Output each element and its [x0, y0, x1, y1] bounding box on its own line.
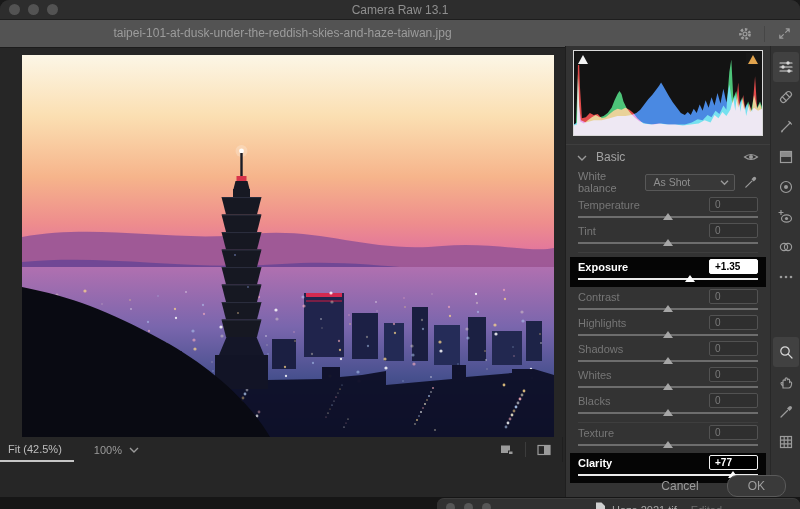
- slider-thumb-highlights[interactable]: [663, 331, 673, 338]
- slider-thumb-whites[interactable]: [663, 383, 673, 390]
- healing-brush-icon[interactable]: [773, 82, 799, 112]
- divider: [764, 26, 765, 42]
- shadow-clipping-indicator[interactable]: [576, 53, 590, 65]
- radial-filter-icon[interactable]: [773, 172, 799, 202]
- zoom-window-button[interactable]: [47, 4, 58, 15]
- histogram-chart[interactable]: [573, 50, 763, 136]
- before-after-view-icon[interactable]: [534, 440, 554, 460]
- slider-thumb-shadows[interactable]: [663, 357, 673, 364]
- basic-section-header[interactable]: Basic: [566, 145, 770, 169]
- slider-row-blacks: Blacks0: [578, 394, 758, 417]
- red-eye-icon[interactable]: [773, 202, 799, 232]
- slider-value-exposure[interactable]: +1.35: [709, 259, 758, 274]
- slider-row-exposure: Exposure+1.35: [570, 257, 766, 287]
- zoom-icon[interactable]: [773, 337, 799, 367]
- slider-label-temperature: Temperature: [578, 199, 640, 211]
- close-button[interactable]: [9, 4, 20, 15]
- minimize-button[interactable]: [464, 503, 473, 509]
- graduated-filter-icon[interactable]: [773, 142, 799, 172]
- zoom-level-value: 100%: [94, 444, 122, 456]
- white-balance-select[interactable]: As Shot: [645, 174, 735, 191]
- slider-track-exposure[interactable]: [578, 274, 758, 283]
- slider-label-blacks: Blacks: [578, 395, 610, 407]
- photo-canvas[interactable]: [22, 55, 554, 437]
- grid-icon[interactable]: [773, 427, 799, 457]
- slider-label-contrast: Contrast: [578, 291, 620, 303]
- desktop-background: Haze 2021.tif Edited: [0, 497, 800, 509]
- slider-value-shadows[interactable]: 0: [709, 341, 758, 356]
- slider-track-whites[interactable]: [578, 382, 758, 391]
- basic-section-title: Basic: [596, 150, 625, 164]
- slider-value-highlights[interactable]: 0: [709, 315, 758, 330]
- presets-icon[interactable]: [773, 232, 799, 262]
- hand-icon[interactable]: [773, 367, 799, 397]
- preview-toggle-icon[interactable]: [497, 440, 517, 460]
- close-button[interactable]: [446, 503, 455, 509]
- minimize-button[interactable]: [28, 4, 39, 15]
- zoom-level-dropdown[interactable]: 100%: [94, 444, 139, 456]
- slider-thumb-texture[interactable]: [663, 441, 673, 448]
- slider-value-tint[interactable]: 0: [709, 223, 758, 238]
- document-icon: [595, 501, 606, 509]
- white-balance-label: White balance: [578, 170, 645, 194]
- titlebar: Camera Raw 13.1: [0, 0, 800, 20]
- slider-track-temperature[interactable]: [578, 212, 758, 221]
- window-title: Camera Raw 13.1: [352, 3, 449, 17]
- slider-track-contrast[interactable]: [578, 304, 758, 313]
- chevron-down-icon: [720, 179, 729, 186]
- white-balance-picker-icon[interactable]: [773, 397, 799, 427]
- slider-track-blacks[interactable]: [578, 408, 758, 417]
- slider-thumb-temperature[interactable]: [663, 213, 673, 220]
- slider-row-shadows: Shadows0: [578, 342, 758, 365]
- slider-thumb-exposure[interactable]: [685, 275, 695, 282]
- background-document-window[interactable]: Haze 2021.tif Edited: [437, 498, 800, 509]
- ok-button[interactable]: OK: [727, 475, 786, 497]
- slider-value-temperature[interactable]: 0: [709, 197, 758, 212]
- slider-label-clarity: Clarity: [578, 457, 612, 469]
- fit-zoom-tab[interactable]: Fit (42.5%): [0, 437, 74, 462]
- slider-thumb-tint[interactable]: [663, 239, 673, 246]
- slider-label-whites: Whites: [578, 369, 612, 381]
- white-balance-value: As Shot: [653, 176, 690, 188]
- highlight-clipping-indicator[interactable]: [746, 53, 760, 65]
- background-window-controls: [446, 503, 491, 509]
- slider-track-shadows[interactable]: [578, 356, 758, 365]
- fit-zoom-label: Fit (42.5%): [8, 443, 62, 455]
- chevron-down-icon: [577, 148, 587, 166]
- adjustment-brush-icon[interactable]: [773, 112, 799, 142]
- slider-label-tint: Tint: [578, 225, 596, 237]
- eye-visibility-icon[interactable]: [743, 151, 759, 163]
- slider-thumb-blacks[interactable]: [663, 409, 673, 416]
- white-balance-row: White balance As Shot: [578, 169, 758, 195]
- zoom-window-button[interactable]: [482, 503, 491, 509]
- tool-strip: [770, 46, 800, 497]
- slider-track-texture[interactable]: [578, 440, 758, 449]
- toggle-fullscreen-icon[interactable]: [774, 24, 794, 44]
- edit-sliders-icon[interactable]: [773, 52, 799, 82]
- slider-value-blacks[interactable]: 0: [709, 393, 758, 408]
- slider-row-contrast: Contrast0: [578, 290, 758, 313]
- slider-row-highlights: Highlights0: [578, 316, 758, 339]
- slider-value-clarity[interactable]: +77: [709, 455, 758, 470]
- slider-track-tint[interactable]: [578, 238, 758, 247]
- divider: [578, 422, 758, 423]
- preview-footer: Fit (42.5%) 100%: [0, 437, 563, 462]
- slider-label-texture: Texture: [578, 427, 614, 439]
- settings-gear-icon[interactable]: [735, 24, 755, 44]
- slider-label-shadows: Shadows: [578, 343, 623, 355]
- slider-value-whites[interactable]: 0: [709, 367, 758, 382]
- slider-value-texture[interactable]: 0: [709, 425, 758, 440]
- chevron-down-icon: [129, 444, 139, 456]
- slider-track-highlights[interactable]: [578, 330, 758, 339]
- slider-label-exposure: Exposure: [578, 261, 628, 273]
- slider-row-temperature: Temperature0: [578, 198, 758, 221]
- slider-value-contrast[interactable]: 0: [709, 289, 758, 304]
- cancel-button[interactable]: Cancel: [655, 475, 704, 497]
- slider-row-tint: Tint0: [578, 224, 758, 247]
- open-filename: taipei-101-at-dusk-under-the-reddish-ski…: [0, 20, 565, 47]
- slider-label-highlights: Highlights: [578, 317, 626, 329]
- white-balance-eyedropper-icon[interactable]: [743, 175, 758, 190]
- slider-thumb-contrast[interactable]: [663, 305, 673, 312]
- more-options-icon[interactable]: [773, 262, 799, 292]
- adjustments-panel: Basic White balance As Shot: [565, 46, 770, 497]
